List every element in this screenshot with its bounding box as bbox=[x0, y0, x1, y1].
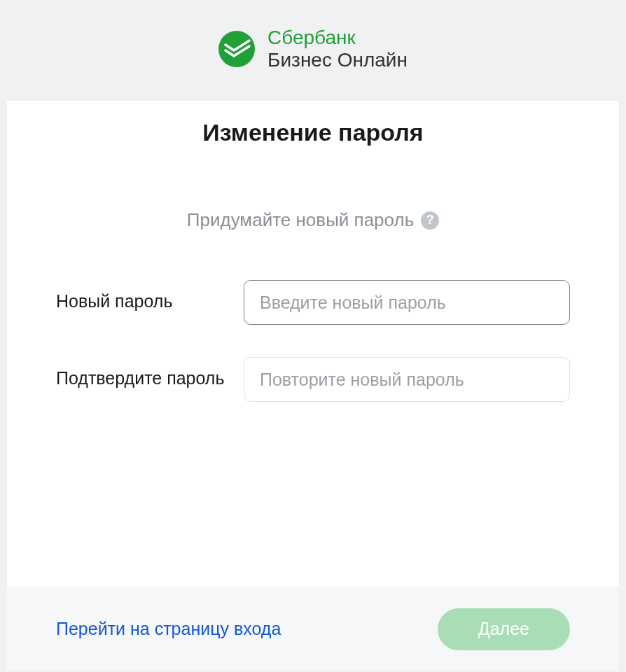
subtitle-row: Придумайте новый пароль ? bbox=[7, 209, 619, 231]
next-button[interactable]: Далее bbox=[438, 608, 570, 650]
new-password-label: Новый пароль bbox=[56, 280, 244, 314]
brand-name: Сбербанк bbox=[267, 27, 408, 49]
header: Сбербанк Бизнес Онлайн bbox=[0, 0, 626, 101]
help-icon[interactable]: ? bbox=[421, 211, 439, 230]
confirm-password-input[interactable] bbox=[244, 357, 570, 402]
brand-product: Бизнес Онлайн bbox=[267, 49, 408, 71]
back-to-login-link[interactable]: Перейти на страницу входа bbox=[56, 619, 281, 639]
new-password-input[interactable] bbox=[244, 280, 570, 325]
password-change-card: Изменение пароля Придумайте новый пароль… bbox=[7, 101, 619, 671]
sberbank-logo-icon bbox=[218, 31, 255, 67]
confirm-password-label: Подтвердите пароль bbox=[56, 357, 244, 391]
password-form: Новый пароль Подтвердите пароль bbox=[7, 280, 619, 587]
subtitle: Придумайте новый пароль bbox=[187, 209, 414, 231]
footer: Перейти на страницу входа Далее bbox=[7, 587, 619, 671]
logo-text: Сбербанк Бизнес Онлайн bbox=[267, 27, 408, 71]
new-password-row: Новый пароль bbox=[56, 280, 570, 325]
confirm-password-row: Подтвердите пароль bbox=[56, 357, 570, 402]
page-title: Изменение пароля bbox=[7, 119, 619, 146]
